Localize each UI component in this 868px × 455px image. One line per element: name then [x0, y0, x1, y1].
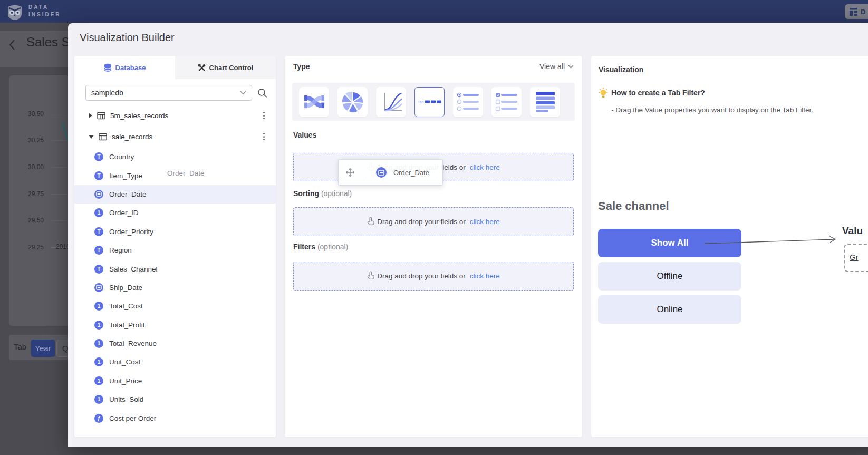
text-icon: T: [94, 227, 103, 236]
owl-logo-icon: [5, 2, 24, 21]
y-axis-tick: 30.50: [16, 110, 44, 118]
dashboard-nav-button[interactable]: D: [845, 4, 868, 19]
chart-type-line-icon[interactable]: [376, 87, 406, 117]
field-row-ship-date[interactable]: Ship_Date: [74, 278, 276, 297]
y-axis-tick: 29.75: [16, 190, 44, 198]
table-icon: [99, 133, 107, 141]
annotation-group-box[interactable]: Gr: [844, 244, 868, 272]
chart-type-strip: Tab: [292, 83, 575, 121]
number-icon: 1: [94, 208, 103, 217]
lightbulb-icon: [598, 87, 609, 100]
field-label: Total_Cost: [109, 302, 143, 310]
move-icon: [345, 168, 355, 177]
dragged-field-chip[interactable]: Order_Date: [338, 159, 443, 186]
table-menu-kebab-icon[interactable]: [259, 131, 268, 142]
field-label: Units_Sold: [109, 395, 143, 403]
view-all-link[interactable]: View all: [539, 62, 574, 71]
values-heading: Values: [293, 131, 316, 139]
chart-type-sankey-icon[interactable]: [299, 87, 329, 117]
field-label: Cost per Order: [109, 414, 156, 422]
field-label: Total_Revenue: [109, 340, 157, 347]
number-icon: 1: [94, 376, 103, 385]
text-icon: T: [94, 171, 103, 180]
y-axis-tick: 29.25: [16, 244, 44, 251]
brand-name: DATA INSIDER: [28, 4, 61, 18]
annotation-group-link[interactable]: Gr: [850, 253, 859, 262]
table-row-sale-records[interactable]: sale_records: [74, 127, 276, 146]
y-axis-tick: 30.25: [16, 137, 44, 144]
field-row-total-revenue[interactable]: 1Total_Revenue: [74, 334, 276, 353]
hand-pointer-icon: [367, 217, 374, 227]
chart-type-radio-list-icon[interactable]: [453, 87, 483, 117]
date-icon: [376, 167, 387, 178]
field-list: TCountryTItem_TypeOrder_Date1Order_IDTOr…: [74, 148, 276, 428]
date-icon: [94, 190, 103, 199]
number-icon: 1: [94, 357, 103, 366]
expand-arrow-icon[interactable]: [89, 113, 92, 118]
field-row-sales-channel[interactable]: TSales_Channel: [74, 259, 276, 278]
visualization-builder-modal: Visualization Builder Database: [68, 23, 868, 447]
filters-click-here-link[interactable]: click here: [470, 272, 500, 280]
number-icon: 1: [94, 321, 103, 330]
tools-icon: [198, 64, 206, 72]
text-icon: T: [94, 246, 103, 255]
tab-chart-control[interactable]: Chart Control: [175, 56, 276, 79]
number-icon: 1: [94, 339, 103, 348]
panel-tabs: Database Chart Control: [74, 56, 276, 79]
annotation-arrow: [699, 234, 852, 248]
sorting-dropzone[interactable]: Drag and drop your fields or click here: [293, 207, 574, 236]
hand-pointer-icon: [367, 271, 374, 281]
field-label: Order_Date: [109, 190, 147, 198]
field-label: Sales_Channel: [109, 265, 158, 273]
field-row-units-sold[interactable]: 1Units_Sold: [74, 390, 276, 409]
field-row-unit-cost[interactable]: 1Unit_Cost: [74, 353, 276, 371]
table-menu-kebab-icon[interactable]: [259, 110, 268, 121]
field-row-total-cost[interactable]: 1Total_Cost: [74, 297, 276, 315]
filters-dropzone[interactable]: Drag and drop your fields or click here: [293, 262, 574, 291]
chart-type-pie-icon[interactable]: [337, 87, 368, 117]
visualization-panel: Visualization How to create a Tab Filter…: [591, 56, 868, 437]
screen: Sales Sa 30.5030.2530.0029.7529.5029.25 …: [0, 0, 868, 455]
tab-database[interactable]: Database: [74, 56, 175, 79]
sorting-click-here-link[interactable]: click here: [470, 218, 500, 226]
filters-heading: Filters (optional): [293, 243, 348, 251]
text-icon: T: [94, 265, 103, 274]
field-row-region[interactable]: TRegion: [74, 241, 276, 259]
collapse-arrow-icon[interactable]: [89, 135, 94, 139]
field-row-order-id[interactable]: 1Order_ID: [74, 204, 276, 222]
database-panel: Database Chart Control sampledb: [74, 56, 276, 437]
field-row-cost-per-order[interactable]: ƒCost per Order: [74, 409, 276, 427]
chevron-down-icon: [240, 91, 246, 95]
field-row-unit-price[interactable]: 1Unit_Price: [74, 372, 276, 390]
field-label: Total_Profit: [109, 321, 145, 329]
values-click-here-link[interactable]: click here: [470, 163, 500, 171]
field-label: Order_Priority: [109, 228, 153, 236]
year-button[interactable]: Year: [31, 340, 55, 357]
field-row-country[interactable]: TCountry: [74, 148, 276, 166]
field-row-order-date[interactable]: Order_Date: [74, 185, 276, 204]
y-axis-tick: 30.00: [16, 163, 44, 171]
back-button[interactable]: [7, 38, 17, 53]
tip-title: How to create a Tab Filter?: [611, 89, 705, 97]
field-row-total-profit[interactable]: 1Total_Profit: [74, 316, 276, 334]
preview-tab-online[interactable]: Online: [598, 295, 741, 324]
type-panel: Type View all Tab Values Drag and drop y…: [285, 56, 582, 437]
datasource-select[interactable]: sampledb: [85, 85, 252, 101]
chart-type-tab-filter-icon[interactable]: Tab: [414, 87, 445, 117]
preview-title: Sale channel: [598, 199, 669, 213]
field-row-order-priority[interactable]: TOrder_Priority: [74, 222, 276, 241]
table-icon: [97, 112, 105, 120]
chart-type-data-table-icon[interactable]: [530, 87, 560, 117]
tab-label: Tab: [14, 342, 26, 351]
preview-tab-offline[interactable]: Offline: [598, 262, 741, 291]
number-icon: 1: [94, 302, 103, 311]
background-chart-card: 30.5030.2530.0029.7529.5029.25 2010: [9, 75, 73, 326]
number-icon: 1: [94, 395, 103, 404]
search-icon[interactable]: [257, 88, 267, 98]
chevron-left-icon: [7, 38, 17, 51]
field-label: Ship_Date: [109, 284, 142, 292]
dashboard-icon: [850, 8, 857, 16]
table-row-5m-sales-records[interactable]: 5m_sales_records: [74, 106, 276, 125]
chart-type-checkbox-list-icon[interactable]: [491, 87, 522, 117]
sorting-heading: Sorting (optional): [293, 189, 352, 198]
